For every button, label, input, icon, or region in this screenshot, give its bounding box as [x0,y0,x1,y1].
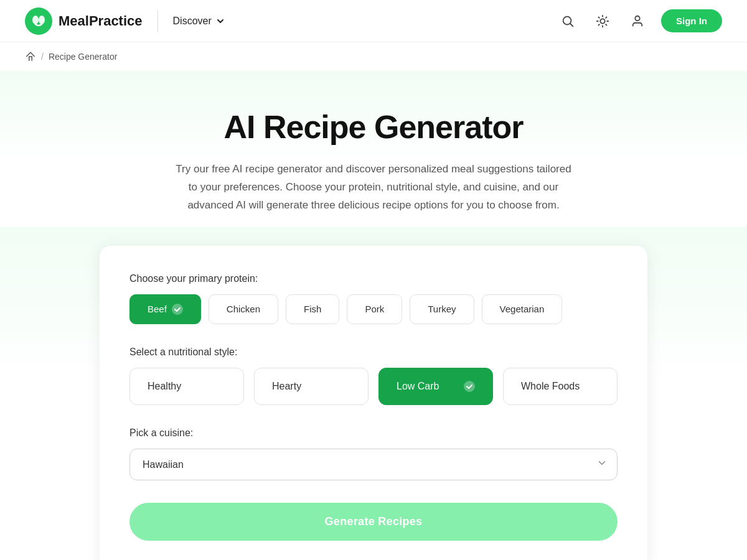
protein-vegetarian[interactable]: Vegetarian [482,294,563,324]
svg-point-5 [635,16,639,20]
logo-icon [25,7,52,35]
card-wrapper: Choose your primary protein: Beef Chicke… [0,227,747,560]
hero-description: Try our free AI recipe generator and dis… [174,161,573,215]
svg-point-3 [563,16,571,24]
theme-toggle-button[interactable] [591,10,614,32]
sun-icon [596,14,609,28]
protein-turkey[interactable]: Turkey [410,294,474,324]
protein-pork[interactable]: Pork [347,294,402,324]
logo-link[interactable]: MealPractice [25,7,143,35]
nutrition-healthy[interactable]: Healthy [129,368,244,405]
hero-title: AI Recipe Generator [25,108,722,146]
protein-options: Beef Chicken Fish Pork Turkey Vegetarian [129,294,618,324]
nutrition-options: Healthy Hearty Low Carb Whole Foods [129,368,618,405]
generate-recipes-button[interactable]: Generate Recipes [129,503,618,541]
nutrition-low-carb[interactable]: Low Carb [378,368,493,405]
nutrition-hearty[interactable]: Hearty [254,368,369,405]
cuisine-section: Pick a cuisine: American Chinese French … [129,427,618,480]
home-icon [25,51,36,62]
search-button[interactable] [557,10,579,32]
hero-section: AI Recipe Generator Try our free AI reci… [0,71,747,227]
discover-button[interactable]: Discover [173,16,225,27]
protein-beef[interactable]: Beef [129,294,201,324]
user-icon [631,14,644,28]
cuisine-select-wrapper: American Chinese French Greek Hawaiian I… [129,449,618,480]
protein-fish[interactable]: Fish [286,294,339,324]
nutrition-whole-foods[interactable]: Whole Foods [503,368,618,405]
nav-divider [157,10,158,32]
protein-chicken[interactable]: Chicken [209,294,278,324]
cuisine-section-label: Pick a cuisine: [129,427,618,439]
recipe-generator-card: Choose your primary protein: Beef Chicke… [100,246,647,560]
nutrition-section-label: Select a nutritional style: [129,347,618,358]
svg-point-2 [39,16,45,24]
svg-point-4 [600,19,604,23]
user-button[interactable] [626,10,649,32]
low-carb-check-icon [464,381,475,392]
protein-section-label: Choose your primary protein: [129,273,618,284]
beef-check-icon [172,304,183,315]
search-icon [561,14,575,28]
svg-point-0 [25,7,52,35]
svg-point-1 [32,16,39,24]
nav-right: Sign In [557,9,722,32]
signin-button[interactable]: Sign In [661,9,722,32]
chevron-down-icon [215,16,225,26]
breadcrumb: / Recipe Generator [0,42,747,71]
cuisine-select[interactable]: American Chinese French Greek Hawaiian I… [129,449,618,480]
logo-text: MealPractice [59,13,143,29]
navbar: MealPractice Discover Sign In [0,0,747,42]
